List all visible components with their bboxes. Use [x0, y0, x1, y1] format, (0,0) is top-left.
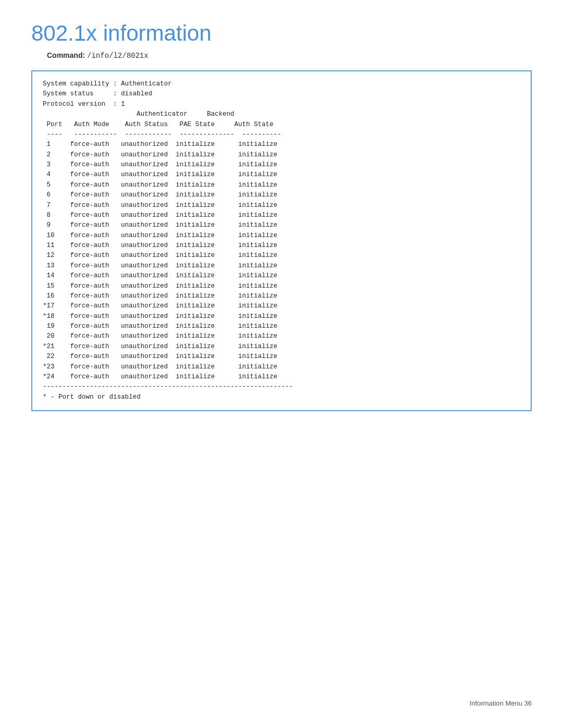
- footer: Information Menu 36: [470, 699, 532, 707]
- command-value: /info/l2/8021x: [87, 52, 149, 60]
- command-line: Command: /info/l2/8021x: [0, 51, 563, 70]
- terminal-box: System capability : Authenticator System…: [31, 70, 532, 411]
- command-label: Command:: [47, 51, 85, 59]
- page-title: 802.1x information: [0, 0, 563, 51]
- terminal-content: System capability : Authenticator System…: [43, 79, 520, 402]
